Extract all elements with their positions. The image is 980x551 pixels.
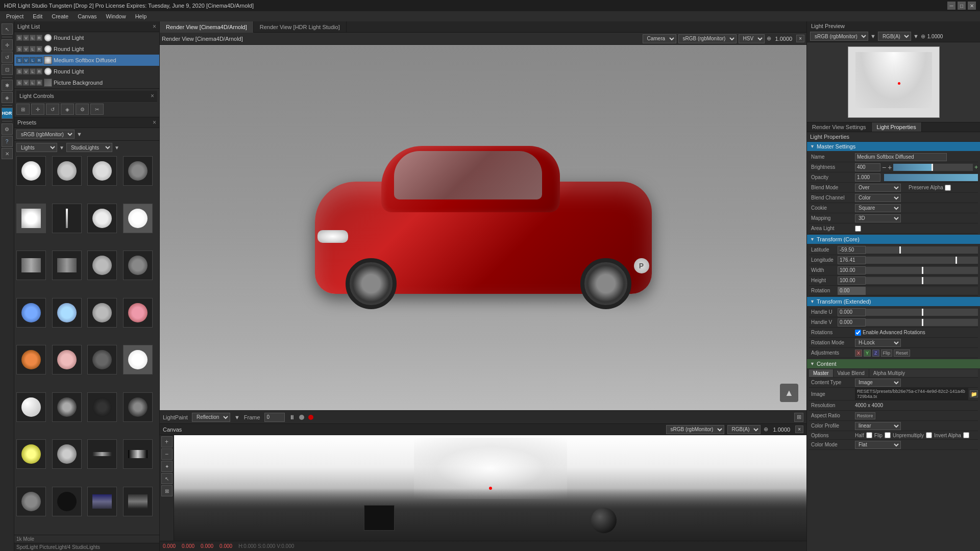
flip-checkbox[interactable] (885, 432, 891, 438)
rotation-mode-select[interactable]: H-Lock (855, 339, 901, 347)
lc-btn-1[interactable]: ⊞ (16, 104, 30, 115)
half-checkbox[interactable] (866, 432, 872, 438)
lc-btn-3[interactable]: ↺ (46, 104, 59, 115)
light-3-solo[interactable]: S (16, 57, 22, 63)
adj-reset-btn[interactable]: Reset (894, 349, 910, 357)
preset-item-13[interactable] (16, 298, 46, 328)
adj-flip-btn[interactable]: Flip (881, 349, 893, 357)
preset-item-4[interactable] (123, 156, 153, 186)
brightness-slider[interactable] (893, 164, 973, 171)
toolbar-help[interactable]: ? (2, 136, 13, 147)
opacity-slider[interactable] (884, 174, 978, 181)
brightness-minus[interactable]: − (882, 163, 886, 171)
light-1-solo[interactable]: S (16, 35, 22, 41)
lc-btn-6[interactable]: ✂ (90, 104, 104, 115)
handle-u-input[interactable] (838, 308, 866, 316)
preset-item-24[interactable] (123, 392, 153, 422)
latitude-slider[interactable] (866, 246, 978, 254)
light-2-ref[interactable]: R (36, 46, 42, 52)
rotations-checkbox[interactable] (855, 330, 861, 336)
light-5-lock[interactable]: L (30, 80, 36, 86)
canvas-zoom-out[interactable]: − (161, 448, 173, 460)
light-1-vis[interactable]: V (23, 35, 29, 41)
preset-item-23[interactable] (87, 392, 117, 422)
canvas-zoom-fit[interactable]: ⊠ (161, 485, 173, 496)
render-sync-icon[interactable]: ⊕ (767, 35, 771, 42)
toolbar-scale[interactable]: ⊡ (2, 64, 13, 75)
render-close-btn[interactable]: × (796, 35, 804, 42)
transform-core-header[interactable]: ▼ Transform (Core) (807, 235, 980, 244)
preset-item-16[interactable] (123, 298, 153, 328)
render-overlay-icon[interactable]: ▲ (780, 384, 798, 402)
brightness-input[interactable] (855, 163, 880, 171)
preset-item-15[interactable] (87, 298, 117, 328)
blend-channel-select[interactable]: Color (855, 194, 901, 202)
preset-item-6[interactable] (52, 204, 82, 233)
preset-item-8[interactable] (123, 204, 153, 233)
pause-button[interactable]: ⏸ (289, 414, 295, 421)
light-3-lock[interactable]: L (30, 57, 36, 63)
lp-colorspace-select[interactable]: sRGB (rgbMonitor) (810, 32, 868, 41)
menu-window[interactable]: Window (102, 12, 130, 20)
preset-item-9[interactable] (16, 251, 46, 280)
content-tab-alpha-multiply[interactable]: Alpha Multiply (869, 369, 909, 377)
master-settings-header[interactable]: ▼ Master Settings (807, 142, 980, 151)
title-bar-controls[interactable]: ─ □ ✕ (947, 2, 976, 10)
menu-create[interactable]: Create (47, 12, 72, 20)
blend-mode-select[interactable]: Over (855, 184, 901, 192)
longitude-input[interactable] (838, 256, 866, 264)
lp-sync-icon[interactable]: ⊕ (921, 33, 925, 40)
light-item-3[interactable]: S V L R Medium Softbox Diffused (14, 55, 159, 66)
tab-render-settings[interactable]: Render View Settings (807, 122, 872, 132)
maximize-button[interactable]: □ (958, 2, 966, 10)
lc-btn-2[interactable]: ✛ (31, 104, 44, 115)
light-5-solo[interactable]: S (16, 80, 22, 86)
light-4-ref[interactable]: R (36, 68, 42, 74)
mode-arrow[interactable]: ▼ (234, 414, 240, 420)
presets-close[interactable]: × (153, 119, 156, 126)
handle-v-input[interactable] (838, 318, 866, 327)
mapping-select[interactable]: 3D (855, 214, 901, 222)
light-2-solo[interactable]: S (16, 46, 22, 52)
area-light-checkbox[interactable] (855, 226, 861, 232)
canvas-sync-icon[interactable]: ⊕ (764, 426, 768, 433)
width-slider[interactable] (866, 267, 978, 274)
toolbar-select[interactable]: ↖ (2, 23, 13, 35)
preset-item-29[interactable] (16, 487, 46, 516)
preset-item-2[interactable] (52, 156, 82, 186)
name-input[interactable] (855, 153, 947, 161)
canvas-select[interactable]: ↖ (161, 473, 173, 484)
light-item-5[interactable]: S V L R Picture Background (14, 77, 159, 88)
preset-item-20[interactable] (123, 345, 153, 374)
light-item-1[interactable]: S V L R Round Light (14, 32, 159, 43)
preset-item-19[interactable] (87, 345, 117, 374)
tab-light-properties[interactable]: Light Properties (872, 122, 922, 132)
preset-item-31[interactable] (87, 487, 117, 516)
transform-extended-header[interactable]: ▼ Transform (Extended) (807, 297, 980, 306)
menu-help[interactable]: Help (131, 12, 151, 20)
preset-item-11[interactable] (87, 251, 117, 280)
preset-item-30[interactable] (52, 487, 82, 516)
brightness-plus[interactable]: + (888, 163, 892, 171)
lc-btn-4[interactable]: ◈ (61, 104, 74, 115)
light-5-ref[interactable]: R (36, 80, 42, 86)
lc-btn-5[interactable]: ⚙ (76, 104, 89, 115)
close-button[interactable]: ✕ (968, 2, 976, 10)
frame-input[interactable] (264, 413, 285, 422)
menu-edit[interactable]: Edit (29, 12, 46, 20)
restore-btn[interactable]: Restore (855, 412, 875, 419)
preset-item-3[interactable] (87, 156, 117, 186)
latitude-input[interactable] (838, 246, 866, 254)
toolbar-paint[interactable]: ✱ (2, 80, 13, 91)
light-3-ref[interactable]: R (36, 57, 42, 63)
color-profile-select[interactable]: linear (855, 422, 901, 430)
presets-colorspace-arrow[interactable]: ▼ (77, 131, 82, 137)
toolbar-settings[interactable]: ⚙ (2, 123, 13, 135)
preset-item-1[interactable] (16, 156, 46, 186)
light-4-lock[interactable]: L (30, 68, 36, 74)
toolbar-hdr[interactable]: HDR (2, 108, 13, 119)
light-list-close[interactable]: × (153, 23, 156, 30)
preset-item-28[interactable] (123, 439, 153, 469)
width-input[interactable] (838, 266, 866, 274)
rotation-input[interactable] (838, 287, 866, 295)
